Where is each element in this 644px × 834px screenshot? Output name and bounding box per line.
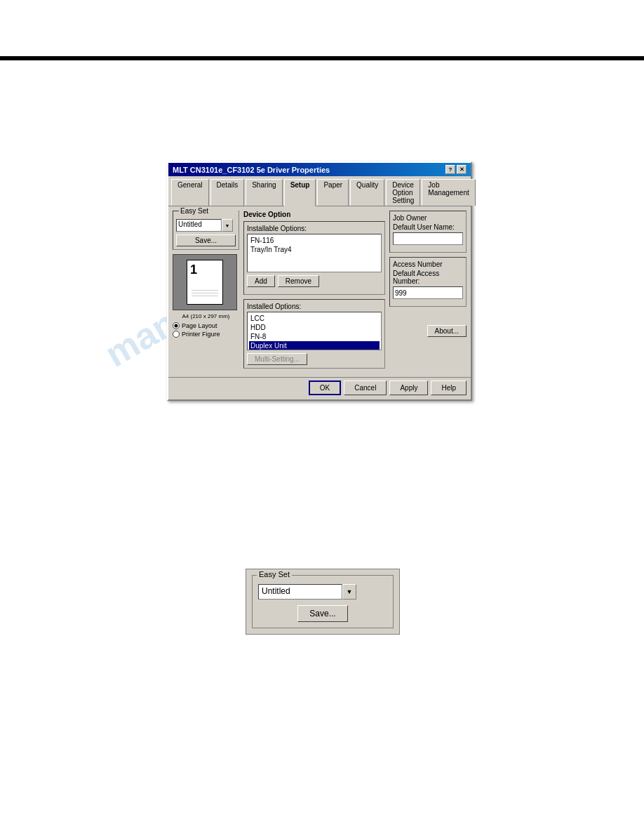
list-item-fn8[interactable]: FN-8 — [249, 332, 380, 341]
list-item-fn116[interactable]: FN-116 — [249, 236, 380, 245]
help-bottom-button[interactable]: Help — [431, 380, 467, 395]
easy-set-arrow[interactable]: ▼ — [222, 219, 233, 232]
dialog-content: Easy Set Untitled ▼ Save... 1 — [168, 206, 471, 377]
paper-size-label: A4 (210 x 297 mm) — [173, 313, 239, 319]
installable-options-label: Installable Options: — [247, 225, 382, 232]
tab-device-option-setting[interactable]: Device Option Setting — [386, 179, 420, 206]
default-user-input[interactable] — [393, 232, 463, 245]
easy-set-group: Easy Set Untitled ▼ Save... — [173, 211, 239, 250]
driver-properties-dialog: MLT CN3101e_CF3102 5e Driver Properties … — [167, 161, 472, 401]
dialog-title: MLT CN3101e_CF3102 5e Driver Properties — [173, 166, 330, 174]
paper-number: 1 — [190, 263, 197, 276]
radio-printer-figure-button[interactable] — [173, 331, 180, 338]
installed-options-label: Installed Options: — [247, 303, 382, 310]
easy-set-save-button[interactable]: Save... — [176, 234, 236, 246]
access-number-group: Access Number Default Access Number: — [389, 257, 467, 307]
easy-set-dropdown-row: Untitled ▼ — [176, 219, 236, 232]
device-option-title: Device Option — [243, 211, 385, 218]
radio-page-layout-button[interactable] — [173, 322, 180, 329]
easy-set-select[interactable]: Untitled — [176, 219, 222, 232]
dialog-bottom-buttons: OK Cancel Apply Help — [168, 377, 471, 399]
zoom-easy-set-label: Easy Set — [257, 570, 292, 578]
job-owner-label: Job Owner — [393, 214, 463, 222]
ok-button[interactable]: OK — [309, 380, 341, 395]
dialog-titlebar: MLT CN3101e_CF3102 5e Driver Properties … — [168, 163, 471, 176]
list-item-tray[interactable]: Tray/In Tray4 — [249, 245, 380, 254]
paper-line-2 — [192, 293, 218, 293]
tab-quality[interactable]: Quality — [350, 179, 384, 206]
tab-paper[interactable]: Paper — [317, 179, 349, 206]
remove-button[interactable]: Remove — [278, 275, 319, 287]
middle-panel: Device Option Installable Options: FN-11… — [243, 211, 385, 373]
default-user-label: Default User Name: — [393, 223, 463, 231]
tab-setup[interactable]: Setup — [284, 179, 316, 206]
zoom-save-button[interactable]: Save... — [297, 605, 347, 622]
left-panel: Easy Set Untitled ▼ Save... 1 — [173, 211, 239, 373]
multisetting-button[interactable]: Multi-Setting... — [247, 353, 307, 365]
dialog-title-controls: ? ✕ — [445, 165, 467, 174]
paper-preview: 1 — [187, 260, 223, 305]
tab-general[interactable]: General — [171, 179, 209, 206]
installable-options-group: Installable Options: FN-116 Tray/In Tray… — [243, 221, 385, 295]
about-button[interactable]: About... — [427, 325, 467, 337]
installable-options-list[interactable]: FN-116 Tray/In Tray4 — [247, 234, 382, 272]
zoom-easy-set-box: Easy Set Untitled ▼ Save... — [246, 569, 400, 635]
add-button[interactable]: Add — [247, 275, 275, 287]
tab-sharing[interactable]: Sharing — [246, 179, 282, 206]
top-bar — [0, 56, 644, 60]
zoom-dropdown-row: Untitled ▼ — [258, 584, 387, 600]
tab-details[interactable]: Details — [210, 179, 245, 206]
zoom-dropdown-arrow[interactable]: ▼ — [342, 584, 356, 600]
job-owner-group: Job Owner Default User Name: — [389, 211, 467, 253]
apply-button[interactable]: Apply — [389, 380, 428, 395]
help-button[interactable]: ? — [445, 165, 455, 174]
dialog-tabs: General Details Sharing Setup Paper Qual… — [168, 176, 471, 206]
radio-printer-figure-label: Printer Figure — [182, 331, 220, 338]
easy-set-label: Easy Set — [179, 207, 239, 215]
right-panel: Job Owner Default User Name: Access Numb… — [389, 211, 467, 373]
installed-options-list[interactable]: LCC HDD FN-8 Duplex Unit — [247, 312, 382, 350]
radio-group: Page Layout Printer Figure — [173, 322, 239, 338]
preview-box: 1 — [173, 254, 237, 310]
close-button[interactable]: ✕ — [457, 165, 467, 174]
zoom-select[interactable]: Untitled — [258, 584, 342, 600]
radio-page-layout-label: Page Layout — [182, 322, 217, 329]
radio-page-layout[interactable]: Page Layout — [173, 322, 239, 329]
paper-lines — [192, 290, 218, 298]
tab-job-management[interactable]: Job Management — [422, 179, 475, 206]
cancel-button[interactable]: Cancel — [344, 380, 387, 395]
list-item-duplex[interactable]: Duplex Unit — [249, 341, 380, 350]
paper-line-1 — [192, 290, 218, 291]
radio-printer-figure[interactable]: Printer Figure — [173, 331, 239, 338]
installed-options-group: Installed Options: LCC HDD FN-8 Duplex U… — [243, 299, 385, 369]
paper-line-3 — [192, 296, 218, 296]
default-access-label: Default Access Number: — [393, 270, 463, 285]
list-item-hdd[interactable]: HDD — [249, 323, 380, 332]
zoom-easy-set-group: Easy Set Untitled ▼ Save... — [252, 575, 394, 628]
default-access-input[interactable] — [393, 286, 463, 299]
list-item-lcc[interactable]: LCC — [249, 314, 380, 323]
add-remove-row: Add Remove — [247, 275, 382, 287]
access-number-label: Access Number — [393, 260, 463, 268]
